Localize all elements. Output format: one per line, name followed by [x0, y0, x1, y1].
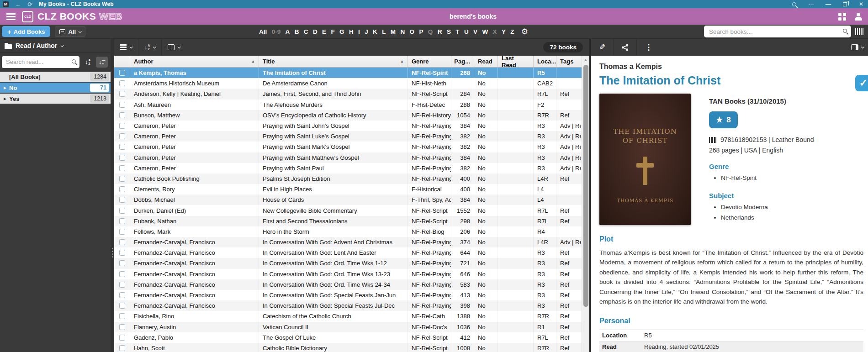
view-mode-button[interactable] — [114, 39, 138, 56]
folder-panel-header[interactable]: Read / Author — [0, 39, 111, 53]
table-row[interactable]: Flannery, Austin Vatican Council II NF-R… — [114, 322, 582, 332]
column-header-location[interactable]: Loca... — [534, 56, 556, 67]
alphabet-letter[interactable]: O — [407, 28, 417, 35]
sort-count-button[interactable]: ↓—≡ — [96, 57, 108, 68]
row-checkbox[interactable] — [119, 345, 125, 351]
alphabet-letter[interactable]: U — [462, 28, 471, 35]
column-header-tags[interactable]: Tags — [556, 56, 581, 67]
alphabet-letter[interactable]: J — [362, 28, 370, 35]
alphabet-letter[interactable]: F — [328, 28, 337, 35]
column-header-last-read[interactable]: Last Read — [498, 56, 534, 67]
alphabet-letter[interactable]: S — [445, 28, 453, 35]
column-header-read[interactable]: Read — [474, 56, 498, 67]
add-books-button[interactable]: + Add Books — [2, 26, 50, 37]
column-header-author[interactable]: Author▲ — [130, 56, 259, 67]
selected-checkbox[interactable]: ✓ — [855, 75, 868, 91]
hamburger-menu-icon[interactable] — [6, 13, 16, 15]
search-icon[interactable] — [843, 29, 847, 33]
row-checkbox[interactable] — [119, 112, 125, 118]
table-row[interactable]: Fernandez-Carvajal, Francisco In Convers… — [114, 237, 582, 247]
alphabet-letter[interactable]: B — [292, 28, 301, 35]
share-button[interactable] — [614, 39, 636, 56]
vertical-scrollbar[interactable]: ▲ — [582, 56, 589, 352]
restore-window-icon[interactable] — [843, 2, 847, 6]
back-icon[interactable]: ← — [15, 1, 21, 7]
sort-alpha-button[interactable]: ↓AZ — [82, 57, 94, 68]
alphabet-letter[interactable]: K — [370, 28, 380, 35]
table-row[interactable]: Durken, Daniel (Ed) New Collegeville Bib… — [114, 205, 582, 215]
account-icon[interactable] — [854, 13, 863, 21]
alphabet-letter[interactable]: Y — [499, 28, 508, 35]
row-checkbox[interactable] — [119, 208, 125, 214]
row-checkbox[interactable] — [119, 303, 125, 309]
row-checkbox[interactable] — [119, 324, 125, 330]
scrollbar-thumb[interactable] — [583, 65, 588, 307]
row-checkbox[interactable] — [119, 282, 125, 288]
alphabet-letter[interactable]: All — [257, 28, 270, 35]
row-checkbox[interactable] — [119, 313, 125, 319]
alphabet-letter[interactable]: A — [283, 28, 292, 35]
table-row[interactable]: Cameron, Peter Praying with Saint Luke's… — [114, 131, 582, 142]
table-row[interactable]: Catholic Book Publishing Psalms St Josep… — [114, 173, 582, 184]
alphabet-letter[interactable]: G — [337, 28, 347, 35]
table-row[interactable]: Ash, Maureen The Alehouse Murders F-Hist… — [114, 100, 582, 110]
table-row[interactable]: Cameron, Peter Praying with Saint John's… — [114, 121, 582, 131]
scroll-up-icon[interactable]: ▲ — [582, 58, 589, 62]
table-row[interactable]: Bunson, Matthew OSV's Encyclopedia of Ca… — [114, 110, 582, 121]
column-header-genre[interactable]: Genre — [408, 56, 451, 67]
row-checkbox[interactable] — [119, 292, 125, 298]
table-row[interactable]: Hahn, Scott Catholic Bible Dictionary NF… — [114, 343, 582, 352]
folder-list-item[interactable]: ▶ [All Books] 1284 — [0, 72, 111, 82]
sidebar-search-input[interactable] — [2, 56, 79, 68]
column-header-title[interactable]: Title▲ — [259, 56, 408, 67]
row-checkbox[interactable] — [119, 123, 125, 129]
table-row[interactable]: Cameron, Peter Praying with Saint Matthe… — [114, 152, 582, 163]
table-row[interactable]: Dobbs, Michael House of Cards F-Thril, S… — [114, 194, 582, 205]
table-row[interactable]: Fellows, Mark Hero in the Storm NF-Rel-B… — [114, 226, 582, 237]
alphabet-letter[interactable]: R — [435, 28, 445, 35]
folder-list-item[interactable]: ▶ No 71 — [0, 83, 111, 93]
alphabet-letter[interactable]: I — [356, 28, 362, 35]
reload-icon[interactable]: ⟳ — [27, 1, 32, 7]
row-checkbox[interactable] — [119, 144, 125, 150]
alphabet-letter[interactable]: D — [311, 28, 320, 35]
row-checkbox[interactable] — [119, 197, 125, 203]
row-checkbox[interactable] — [119, 239, 125, 245]
row-checkbox[interactable] — [119, 91, 125, 97]
barcode-scan-icon[interactable] — [855, 28, 864, 35]
alphabet-letter[interactable]: Q — [426, 28, 435, 35]
minimize-icon[interactable]: — — [826, 1, 831, 7]
row-checkbox[interactable] — [119, 186, 125, 192]
alphabet-letter[interactable]: 0-9 — [269, 28, 283, 35]
row-checkbox[interactable] — [119, 335, 125, 341]
table-row[interactable]: Fernandez-Carvajal, Francisco In Convers… — [114, 269, 582, 279]
table-row[interactable]: Fernandez-Carvajal, Francisco In Convers… — [114, 290, 582, 300]
table-row[interactable]: Fisichella, Rino Catechism of the Cathol… — [114, 311, 582, 321]
table-row[interactable]: Fernandez-Carvajal, Francisco In Convers… — [114, 258, 582, 268]
table-row[interactable]: Eubank, Nathan First and Second Thessalo… — [114, 216, 582, 226]
column-header-pages[interactable]: Pag... — [451, 56, 474, 67]
search-books-input[interactable] — [704, 26, 851, 37]
alphabet-letter[interactable]: C — [302, 28, 311, 35]
alphabet-letter[interactable]: P — [417, 28, 425, 35]
row-checkbox[interactable] — [119, 102, 125, 108]
columns-button[interactable] — [162, 39, 186, 56]
browser-menu-icon[interactable]: ⋯ — [808, 1, 814, 7]
table-row[interactable]: a Kempis, Thomas The Imitation of Christ… — [114, 68, 582, 78]
row-checkbox[interactable] — [119, 155, 125, 161]
row-checkbox[interactable] — [119, 133, 125, 139]
sidebar-splitter[interactable] — [111, 39, 114, 352]
row-checkbox[interactable] — [119, 218, 125, 224]
row-checkbox[interactable] — [119, 176, 125, 182]
browser-search-icon[interactable] — [792, 2, 796, 6]
table-row[interactable]: Anderson, Kelly | Keating, Daniel James,… — [114, 89, 582, 99]
row-checkbox[interactable] — [119, 165, 125, 171]
panel-layout-button[interactable] — [847, 44, 868, 50]
sort-order-button[interactable]: ↓AZ — [138, 39, 161, 56]
row-checkbox[interactable] — [119, 229, 125, 235]
table-row[interactable]: Cameron, Peter Praying with Saint Mark's… — [114, 142, 582, 152]
alphabet-letter[interactable]: M — [388, 28, 398, 35]
row-checkbox[interactable] — [119, 250, 125, 256]
alphabet-letter[interactable]: H — [347, 28, 356, 35]
table-row[interactable]: Amsterdams Historisch Museum De Amsterda… — [114, 78, 582, 89]
